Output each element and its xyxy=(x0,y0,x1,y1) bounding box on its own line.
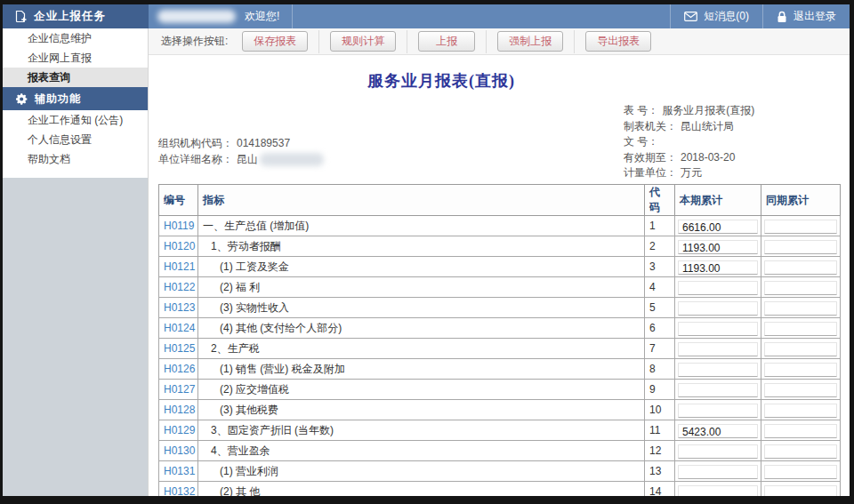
col-header-current: 本期累计 xyxy=(675,185,761,216)
current-period-input[interactable] xyxy=(678,322,758,336)
row-indicator: 一、生产总值 (增加值) xyxy=(198,219,644,234)
row-indicator: 1、劳动者报酬 xyxy=(198,239,644,254)
row-id-link[interactable]: H0120 xyxy=(159,240,195,252)
current-period-input[interactable] xyxy=(678,301,758,316)
app-title: 企业上报任务 xyxy=(34,9,106,24)
sidebar-item[interactable]: 个人信息设置 xyxy=(3,130,148,149)
envelope-icon xyxy=(684,12,697,21)
lock-icon xyxy=(777,11,787,23)
row-id-link[interactable]: H0125 xyxy=(159,342,195,355)
row-id-link[interactable]: H0132 xyxy=(159,485,195,496)
toolbar-button[interactable]: 强制上报 xyxy=(497,31,563,52)
toolbar-button[interactable]: 导出报表 xyxy=(585,31,651,52)
toolbar-label: 选择操作按钮: xyxy=(161,34,228,49)
current-period-input[interactable]: 5423.00 xyxy=(678,424,758,438)
row-id-link[interactable]: H0126 xyxy=(159,363,195,375)
row-id-link[interactable]: H0122 xyxy=(159,281,195,293)
table-row: H0131 (1) 营业利润 13 xyxy=(159,461,841,482)
toolbar-button[interactable]: 上报 xyxy=(418,31,475,52)
row-id-link[interactable]: H0129 xyxy=(159,424,195,436)
row-id-link[interactable]: H0119 xyxy=(159,220,194,232)
row-indicator: (2) 福 利 xyxy=(198,280,644,295)
prior-period-input[interactable] xyxy=(764,260,837,275)
row-indicator: (1) 工资及奖金 xyxy=(198,260,644,275)
row-indicator: 2、生产税 xyxy=(198,341,644,356)
row-id-link[interactable]: H0128 xyxy=(159,404,195,416)
welcome-text: 欢迎您! xyxy=(245,9,279,24)
row-id-link[interactable]: H0121 xyxy=(159,260,195,273)
sidebar-filler xyxy=(3,178,148,496)
prior-period-input[interactable] xyxy=(764,342,837,356)
prior-period-input[interactable] xyxy=(764,240,837,254)
sidebar-item[interactable]: 帮助文档 xyxy=(3,149,148,169)
row-code: 10 xyxy=(645,400,675,420)
current-period-input[interactable] xyxy=(678,444,758,459)
current-period-input[interactable]: 6616.00 xyxy=(678,220,758,234)
prior-period-input[interactable] xyxy=(764,220,837,234)
current-period-input[interactable] xyxy=(678,281,758,295)
sidebar: 企业信息维护企业网上直报报表查询 辅助功能 企业工作通知 (公告)个人信息设置帮… xyxy=(3,28,149,496)
messages-label: 短消息(0) xyxy=(704,9,749,24)
prior-period-input[interactable] xyxy=(764,444,837,459)
row-code: 5 xyxy=(645,298,675,318)
report-meta-right: 表 号：服务业月报表(直报) 制表机关：昆山统计局 文 号： 有效期至：2018… xyxy=(624,103,754,181)
prior-period-input[interactable] xyxy=(764,383,837,397)
table-header-row: 编号 指标 代码 本期累计 同期累计 xyxy=(159,185,841,216)
row-code: 2 xyxy=(645,236,675,257)
row-id-link[interactable]: H0124 xyxy=(159,322,195,334)
current-period-input[interactable] xyxy=(678,404,758,418)
row-code: 9 xyxy=(645,380,675,400)
prior-period-input[interactable] xyxy=(764,424,837,438)
redacted-name-blob xyxy=(260,153,324,166)
current-period-input[interactable] xyxy=(678,485,758,497)
row-code: 1 xyxy=(645,216,675,236)
current-period-input[interactable] xyxy=(678,465,758,479)
sidebar-group-tasks: 企业信息维护企业网上直报报表查询 xyxy=(3,28,148,87)
table-row: H0122 (2) 福 利 4 xyxy=(159,277,841,298)
row-indicator: (3) 实物性收入 xyxy=(198,300,644,316)
table-row: H0121 (1) 工资及奖金 3 1193.00 xyxy=(159,257,841,277)
prior-period-input[interactable] xyxy=(764,404,837,418)
current-period-input[interactable] xyxy=(678,383,758,397)
current-period-input[interactable]: 1193.00 xyxy=(678,240,758,254)
toolbar: 选择操作按钮: 保存报表规则计算上报强制上报导出报表 xyxy=(149,28,850,55)
prior-period-input[interactable] xyxy=(764,485,837,497)
row-code: 14 xyxy=(645,482,675,497)
toolbar-button[interactable]: 规则计算 xyxy=(330,31,396,52)
meta-line: 计量单位：万元 xyxy=(624,165,754,181)
current-period-input[interactable]: 1193.00 xyxy=(678,260,758,275)
row-id-link[interactable]: H0127 xyxy=(159,383,195,396)
row-code: 12 xyxy=(645,441,675,461)
top-bar: 企业上报任务 欢迎您! 短消息(0) xyxy=(3,4,850,28)
row-id-link[interactable]: H0131 xyxy=(159,465,195,477)
prior-period-input[interactable] xyxy=(764,363,837,377)
row-id-link[interactable]: H0130 xyxy=(159,444,195,457)
prior-period-input[interactable] xyxy=(764,465,837,479)
toolbar-button[interactable]: 保存报表 xyxy=(242,31,308,52)
prior-period-input[interactable] xyxy=(764,322,837,336)
prior-period-input[interactable] xyxy=(764,301,837,316)
current-period-input[interactable] xyxy=(678,363,758,377)
messages-button[interactable]: 短消息(0) xyxy=(670,4,762,28)
row-indicator: 3、固定资产折旧 (当年数) xyxy=(198,423,644,438)
sidebar-section-title: 辅助功能 xyxy=(35,92,81,107)
logout-button[interactable]: 退出登录 xyxy=(762,4,850,28)
row-indicator: (2) 其 他 xyxy=(198,484,644,497)
prior-period-input[interactable] xyxy=(764,281,837,295)
row-indicator: (3) 其他税费 xyxy=(198,403,644,418)
row-indicator: (2) 应交增值税 xyxy=(198,382,644,397)
sidebar-item[interactable]: 企业信息维护 xyxy=(3,28,148,48)
col-header-indicator: 指标 xyxy=(198,185,645,216)
row-code: 7 xyxy=(645,339,675,359)
row-id-link[interactable]: H0123 xyxy=(159,301,195,314)
table-row: H0129 3、固定资产折旧 (当年数) 11 5423.00 xyxy=(159,420,841,441)
redacted-username-blob xyxy=(157,10,236,23)
report-meta-left: 组织机构代码：014189537 单位详细名称：昆山 xyxy=(158,136,324,167)
sidebar-item[interactable]: 报表查询 xyxy=(3,68,148,87)
current-period-input[interactable] xyxy=(678,342,758,356)
table-row: H0127 (2) 应交增值税 9 xyxy=(159,380,841,400)
sidebar-item[interactable]: 企业网上直报 xyxy=(3,48,148,68)
sidebar-item[interactable]: 企业工作通知 (公告) xyxy=(3,110,148,130)
meta-line: 组织机构代码：014189537 xyxy=(158,136,324,152)
table-row: H0123 (3) 实物性收入 5 xyxy=(159,298,841,318)
